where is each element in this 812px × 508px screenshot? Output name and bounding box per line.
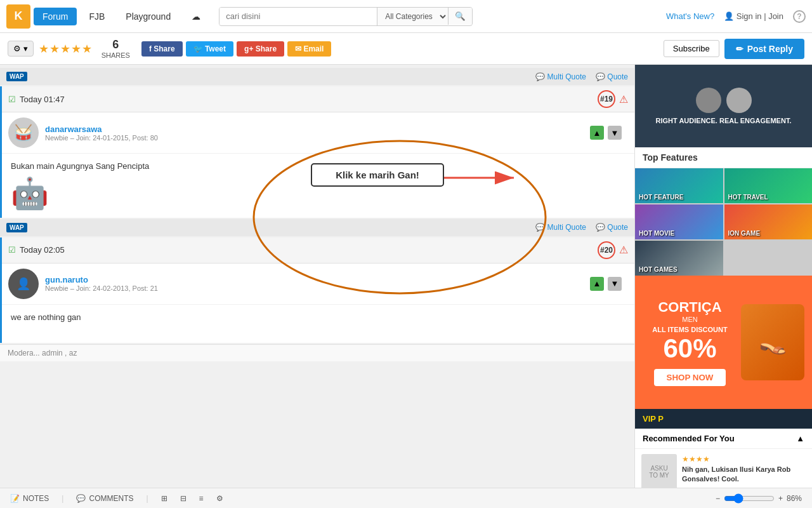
right-sidebar: RIGHT AUDIENCE. REAL ENGAGEMENT. Top Fea… xyxy=(634,65,812,488)
upvote-button-20[interactable]: ▲ xyxy=(590,277,604,291)
notes-icon: 📝 xyxy=(10,494,20,503)
nav-playground[interactable]: Playground xyxy=(117,8,180,25)
tweet-button[interactable]: 🐦 Tweet xyxy=(186,41,233,57)
rec-thumb-0: ASKUTO MY xyxy=(641,454,677,488)
features-grid: HOT FEATURE HOT TRAVEL HOT MOVIE ION GAM… xyxy=(635,168,812,276)
post-card-20: ☑ Today 02:05 #20 ⚠ 👤 gun.naruto Newbie … xyxy=(0,237,634,343)
post-card-19: ☑ Today 01:47 #19 ⚠ 🥁 danarwarsawa Newbi… xyxy=(0,86,634,218)
feature-hot-feature[interactable]: HOT FEATURE xyxy=(635,168,723,203)
zoom-out-icon[interactable]: − xyxy=(716,494,720,503)
ad-subtitle: MEN xyxy=(643,316,737,323)
username-19[interactable]: danarwarsawa xyxy=(45,124,158,134)
downvote-button-20[interactable]: ▼ xyxy=(608,277,622,291)
rec-stars-0: ★★★★ xyxy=(682,454,806,465)
logo[interactable]: K xyxy=(6,4,30,29)
username-20[interactable]: gun.naruto xyxy=(45,275,158,284)
post-num-area-20: #20 ⚠ xyxy=(598,241,628,259)
quote-link-mid[interactable]: 💬 Quote xyxy=(596,223,628,232)
nav-right: What's New? 👤 Sign in | Join ? xyxy=(666,10,806,23)
alert-icon-19[interactable]: ⚠ xyxy=(619,93,628,105)
zoom-slider[interactable] xyxy=(724,493,775,504)
quote-link-top[interactable]: 💬 Quote xyxy=(596,72,628,81)
top-features-header: Top Features xyxy=(635,147,812,168)
nav-forum[interactable]: Forum xyxy=(34,8,77,25)
sign-in-link[interactable]: 👤 Sign in | Join xyxy=(724,11,783,21)
feature-label-travel: HOT TRAVEL xyxy=(728,194,768,201)
alert-icon-20[interactable]: ⚠ xyxy=(619,244,628,256)
downvote-button-19[interactable]: ▼ xyxy=(608,126,622,140)
user-meta-19: Newbie – Join: 24-01-2015, Post: 80 xyxy=(45,134,158,142)
search-input[interactable] xyxy=(219,8,377,25)
wap-bar-top: WAP 💬 Multi Quote 💬 Quote xyxy=(0,68,634,85)
post-check-20: ☑ xyxy=(8,245,16,255)
feature-hot-travel[interactable]: HOT TRAVEL xyxy=(724,168,813,203)
post-reply-button[interactable]: ✏ Post Reply xyxy=(724,39,804,59)
wap-bar-middle: WAP 💬 Multi Quote 💬 Quote xyxy=(0,219,634,236)
status-bar: 📝 NOTES | 💬 COMMENTS | ⊞ ⊟ ≡ ⚙ − + 86% xyxy=(0,488,812,508)
quote-actions-mid: 💬 Multi Quote 💬 Quote xyxy=(535,223,628,232)
multi-quote-link-top[interactable]: 💬 Multi Quote xyxy=(535,72,586,81)
nav-cloud[interactable]: ☁ xyxy=(183,8,209,25)
avatar-19: 🥁 xyxy=(8,117,39,148)
subscribe-button[interactable]: Subscribe xyxy=(664,40,719,57)
feature-label-movie: HOT MOVIE xyxy=(639,230,674,237)
ad-brand: CORTIÇA xyxy=(643,299,737,316)
share-gplus-button[interactable]: g+ Share xyxy=(237,41,284,57)
comments-label: COMMENTS xyxy=(89,494,133,503)
comments-icon: 💬 xyxy=(76,494,86,503)
post-number-19[interactable]: #19 xyxy=(598,90,615,108)
shares-count: 6 xyxy=(102,38,130,51)
moderator-users: admin , az xyxy=(42,349,77,358)
search-button[interactable]: 🔍 xyxy=(448,8,472,25)
recommended-header: Recommended For You ▲ xyxy=(635,429,812,449)
moderator-label: Modera... xyxy=(8,349,40,358)
share-facebook-button[interactable]: f Share xyxy=(141,41,183,57)
whats-new-link[interactable]: What's New? xyxy=(666,11,714,21)
shop-now-button[interactable]: SHOP NOW xyxy=(654,369,726,386)
post-text-20: we are nothing gan xyxy=(11,311,625,324)
multi-quote-link-mid[interactable]: 💬 Multi Quote xyxy=(535,223,586,232)
ad-text: RIGHT AUDIENCE. REAL ENGAGEMENT. xyxy=(656,117,792,124)
recommended-title: Recommended For You xyxy=(643,434,735,443)
feature-label-hot: HOT FEATURE xyxy=(639,194,683,201)
notes-item[interactable]: 📝 NOTES xyxy=(10,494,49,503)
share-email-button[interactable]: ✉ Email xyxy=(287,41,331,57)
wap-logo: WAP xyxy=(6,72,27,81)
social-buttons: f Share 🐦 Tweet g+ Share ✉ Email xyxy=(141,41,332,57)
post-check-19: ☑ xyxy=(8,95,16,104)
post-num-area-19: #19 ⚠ xyxy=(598,90,628,108)
recommended-collapse[interactable]: ▲ xyxy=(796,434,804,443)
shares-box: 6 SHARES xyxy=(102,38,130,59)
grid-view-button[interactable]: ⊞ xyxy=(161,494,167,503)
user-meta-20: Newbie – Join: 24-02-2013, Post: 21 xyxy=(45,284,158,292)
nav-fjb[interactable]: FJB xyxy=(80,8,114,25)
settings-button[interactable]: ⚙ xyxy=(216,494,223,503)
main-content: WAP 💬 Multi Quote 💬 Quote ☑ Today 01:47 … xyxy=(0,65,812,488)
post-time-20: Today 02:05 xyxy=(20,245,65,255)
post-user-row-19: 🥁 danarwarsawa Newbie – Join: 24-01-2015… xyxy=(2,112,634,154)
post-user-row-20: 👤 gun.naruto Newbie – Join: 24-02-2013, … xyxy=(2,264,634,305)
feature-hot-games[interactable]: HOT GAMES xyxy=(635,241,723,276)
ad-discount: 60% xyxy=(643,333,737,364)
upvote-button-19[interactable]: ▲ xyxy=(590,126,604,140)
vip-banner[interactable]: VIP P xyxy=(635,409,812,429)
feature-hot-movie[interactable]: HOT MOVIE xyxy=(635,204,723,239)
zoom-in-icon[interactable]: + xyxy=(778,494,783,503)
tile-view-button[interactable]: ⊟ xyxy=(180,494,187,503)
comments-item[interactable]: 💬 COMMENTS xyxy=(76,494,133,503)
feature-ion-game[interactable]: ION GAME xyxy=(724,204,813,239)
post-body-19: Bukan main Agungnya Sang Pencipta 🤖 xyxy=(2,154,634,218)
notes-label: NOTES xyxy=(23,494,49,503)
list-view-button[interactable]: ≡ xyxy=(199,494,204,503)
help-icon[interactable]: ? xyxy=(793,10,806,23)
rec-title-0[interactable]: Nih gan, Lukisan Ilusi Karya Rob Gonsalv… xyxy=(682,465,806,485)
gear-button[interactable]: ⚙ ▾ xyxy=(8,41,34,57)
post-number-20[interactable]: #20 xyxy=(598,241,615,259)
search-category-select[interactable]: All Categories xyxy=(377,8,448,25)
search-bar: All Categories 🔍 xyxy=(219,7,473,26)
post-action-row-20: ▲ ▼ xyxy=(584,274,628,293)
recommended-item-0: ASKUTO MY ★★★★ Nih gan, Lukisan Ilusi Ka… xyxy=(635,449,812,488)
post-time-19: Today 01:47 xyxy=(20,95,65,104)
post-toolbar: ⚙ ▾ ★★★★★ 6 SHARES f Share 🐦 Tweet g+ Sh… xyxy=(0,33,812,65)
ad-discount-label: ALL ITEMS DISCOUNT xyxy=(643,326,737,333)
